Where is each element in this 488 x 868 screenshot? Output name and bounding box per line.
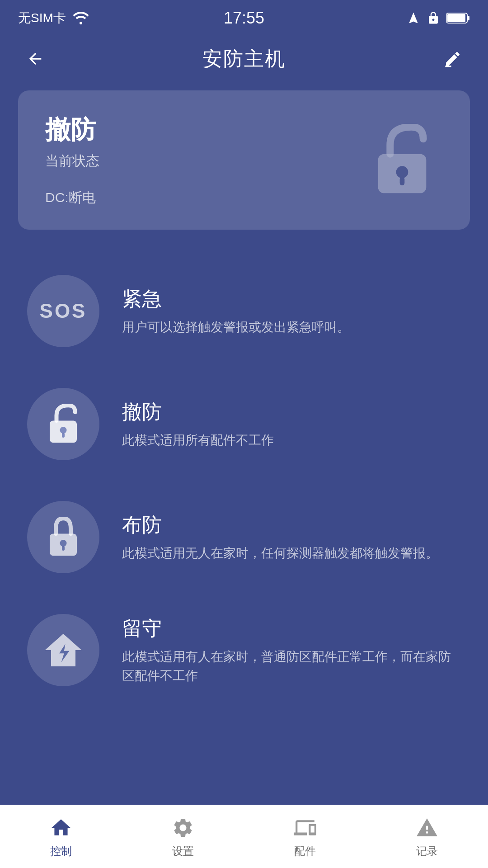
battery-icon [446,12,470,24]
mode-title-arm: 布防 [122,512,438,538]
disarm-icon-circle [27,388,99,460]
svg-point-5 [396,166,408,178]
mode-item-arm[interactable]: 布防 此模式适用无人在家时，任何探测器触发都将触发警报。 [18,483,470,591]
home-lightning-icon [43,630,84,670]
carrier-label: 无SIM卡 [18,9,66,27]
mode-item-sos[interactable]: SOS 紧急 用户可以选择触发警报或发出紧急呼叫。 [18,257,470,365]
page-title: 安防主机 [202,46,286,72]
unlock-icon [43,404,84,444]
mode-list: SOS 紧急 用户可以选择触发警报或发出紧急呼叫。 撤防 此模式适用所有配件不工… [0,248,488,713]
svg-rect-9 [62,433,65,438]
svg-point-11 [60,540,67,547]
tab-label-settings: 设置 [172,844,194,859]
stay-icon-circle [27,614,99,686]
tab-bar: 控制 设置 配件 记录 [0,805,488,868]
home-tab-icon [48,815,74,840]
status-card-subtitle: 当前状态 [45,152,99,170]
nav-bar: 安防主机 [0,36,488,81]
status-right [407,11,470,25]
mode-item-disarm[interactable]: 撤防 此模式适用所有配件不工作 [18,370,470,478]
mode-desc-stay: 此模式适用有人在家时，普通防区配件正常工作，而在家防区配件不工作 [122,647,461,685]
svg-rect-12 [62,546,65,551]
tab-label-control: 控制 [50,844,72,859]
mode-title-stay: 留守 [122,615,461,642]
status-card-title: 撤防 [45,113,99,147]
tab-item-settings[interactable]: 设置 [122,815,244,859]
edit-button[interactable] [440,46,465,71]
svg-rect-6 [400,177,405,185]
status-left: 无SIM卡 [18,9,89,27]
status-card-lock-icon [361,119,443,201]
mode-item-stay[interactable]: 留守 此模式适用有人在家时，普通防区配件正常工作，而在家防区配件不工作 [18,596,470,704]
warning-tab-icon [414,815,440,840]
screen-lock-icon [427,11,440,25]
back-button[interactable] [23,46,48,71]
tab-label-devices: 配件 [294,844,316,859]
mode-title-sos: 紧急 [122,286,350,312]
gear-tab-icon [170,815,196,840]
sos-icon-circle: SOS [27,275,99,347]
mode-desc-disarm: 此模式适用所有配件不工作 [122,431,274,450]
sos-icon-text: SOS [40,300,87,322]
tab-item-devices[interactable]: 配件 [244,815,366,859]
status-time: 17:55 [224,9,264,28]
arm-icon-circle [27,501,99,573]
status-card-left: 撤防 当前状态 DC:断电 [45,113,99,207]
svg-rect-1 [447,14,465,22]
wifi-icon [72,12,89,24]
status-card: 撤防 当前状态 DC:断电 [18,90,470,230]
tab-item-control[interactable]: 控制 [0,815,122,859]
navigation-icon [407,11,420,25]
tab-item-log[interactable]: 记录 [366,815,488,859]
tab-label-log: 记录 [416,844,438,859]
svg-rect-2 [467,16,469,20]
mode-title-disarm: 撤防 [122,399,274,425]
mode-desc-sos: 用户可以选择触发警报或发出紧急呼叫。 [122,318,350,337]
status-bar: 无SIM卡 17:55 [0,0,488,36]
devices-tab-icon [292,815,318,840]
status-card-dc: DC:断电 [45,189,99,207]
mode-desc-arm: 此模式适用无人在家时，任何探测器触发都将触发警报。 [122,544,438,563]
lock-icon [43,517,84,557]
svg-point-8 [60,427,67,434]
